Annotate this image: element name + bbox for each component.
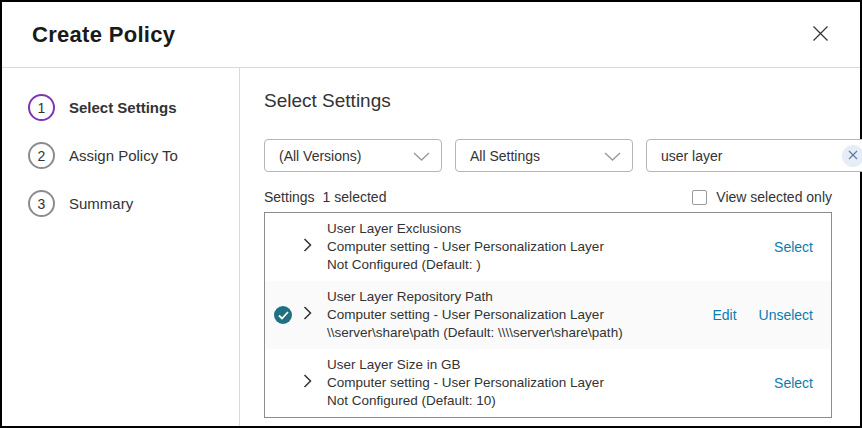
filters-row: (All Versions) All Settings xyxy=(264,139,832,172)
settings-label: Settings xyxy=(264,189,315,205)
chevron-down-icon xyxy=(604,148,621,164)
step-number-badge: 2 xyxy=(28,142,55,169)
step-label: Summary xyxy=(69,195,133,212)
chevron-right-icon xyxy=(303,306,312,324)
expand-row-button[interactable] xyxy=(303,306,327,324)
expand-row-button[interactable] xyxy=(303,374,327,392)
page-title: Select Settings xyxy=(264,90,832,112)
view-selected-only-label: View selected only xyxy=(716,189,832,205)
settings-dropdown[interactable]: All Settings xyxy=(455,139,633,172)
row-actions: Select xyxy=(774,375,813,391)
expand-row-button[interactable] xyxy=(303,238,327,256)
step-assign-policy-to[interactable]: 2 Assign Policy To xyxy=(2,142,239,169)
selected-count: 1 selected xyxy=(323,189,387,205)
dialog-body: 1 Select Settings 2 Assign Policy To 3 S… xyxy=(2,68,860,426)
setting-details: User Layer Repository Path Computer sett… xyxy=(327,288,712,342)
search-input[interactable] xyxy=(661,148,842,164)
setting-details: User Layer Exclusions Computer setting -… xyxy=(327,220,774,274)
setting-value: Not Configured (Default: 10) xyxy=(327,392,774,410)
setting-value: Not Configured (Default: ) xyxy=(327,256,774,274)
clear-search-button[interactable] xyxy=(842,145,862,167)
step-select-settings[interactable]: 1 Select Settings xyxy=(2,94,239,121)
setting-title: User Layer Exclusions xyxy=(327,220,774,238)
create-policy-dialog: Create Policy 1 Select Settings 2 Assign… xyxy=(0,0,862,428)
view-selected-only-checkbox[interactable] xyxy=(692,190,707,205)
step-summary[interactable]: 3 Summary xyxy=(2,190,239,217)
setting-row-user-layer-size-in-gb: User Layer Size in GB Computer setting -… xyxy=(265,349,831,417)
settings-selected-count: Settings1 selected xyxy=(264,189,386,205)
select-link[interactable]: Select xyxy=(774,375,813,391)
versions-dropdown-value: (All Versions) xyxy=(279,148,361,164)
close-button[interactable] xyxy=(808,23,832,47)
step-label: Select Settings xyxy=(69,99,177,116)
view-selected-only-toggle[interactable]: View selected only xyxy=(692,189,832,205)
clear-x-icon xyxy=(848,148,858,163)
setting-row-user-layer-repository-path: User Layer Repository Path Computer sett… xyxy=(265,281,831,349)
close-icon xyxy=(812,25,829,45)
versions-dropdown[interactable]: (All Versions) xyxy=(264,139,442,172)
dialog-header: Create Policy xyxy=(2,2,860,68)
setting-row-user-layer-exclusions: User Layer Exclusions Computer setting -… xyxy=(265,213,831,281)
row-actions: Select xyxy=(774,239,813,255)
chevron-down-icon xyxy=(413,148,430,164)
setting-value: \\server\share\path (Default: \\\\server… xyxy=(327,324,712,342)
chevron-right-icon xyxy=(303,374,312,392)
unselect-link[interactable]: Unselect xyxy=(759,307,813,323)
list-summary-row: Settings1 selected View selected only xyxy=(264,189,832,205)
selected-check-icon xyxy=(274,306,292,324)
select-link[interactable]: Select xyxy=(774,239,813,255)
main-panel: Select Settings (All Versions) All Setti… xyxy=(240,68,860,426)
settings-list: User Layer Exclusions Computer setting -… xyxy=(264,212,832,418)
wizard-steps-sidebar: 1 Select Settings 2 Assign Policy To 3 S… xyxy=(2,68,240,426)
setting-category: Computer setting - User Personalization … xyxy=(327,306,712,324)
setting-category: Computer setting - User Personalization … xyxy=(327,374,774,392)
row-actions: Edit Unselect xyxy=(712,307,813,323)
selection-indicator-slot xyxy=(274,306,303,324)
step-label: Assign Policy To xyxy=(69,147,178,164)
settings-dropdown-value: All Settings xyxy=(470,148,540,164)
dialog-title: Create Policy xyxy=(32,22,175,48)
setting-title: User Layer Repository Path xyxy=(327,288,712,306)
edit-link[interactable]: Edit xyxy=(712,307,736,323)
step-number-badge: 3 xyxy=(28,190,55,217)
setting-details: User Layer Size in GB Computer setting -… xyxy=(327,356,774,410)
setting-title: User Layer Size in GB xyxy=(327,356,774,374)
settings-search-field xyxy=(646,139,862,172)
setting-category: Computer setting - User Personalization … xyxy=(327,238,774,256)
step-number-badge: 1 xyxy=(28,94,55,121)
chevron-right-icon xyxy=(303,238,312,256)
